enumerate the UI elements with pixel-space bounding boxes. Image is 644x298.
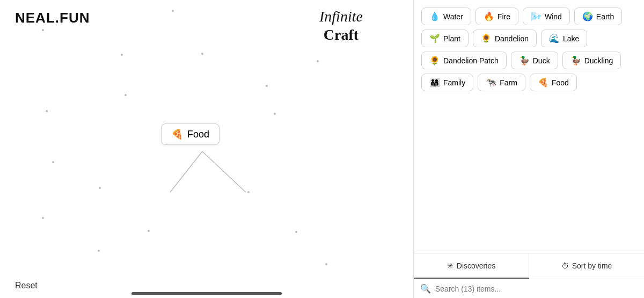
chip-emoji-4: 🌱 [429,33,440,43]
tab-discoveries[interactable]: ✳ Discoveries [414,253,529,279]
dot-16 [98,250,100,252]
bottom-tabs: ✳ Discoveries ⏱ Sort by time [414,253,644,279]
dot-15 [325,263,327,265]
logo: NEAL.FUN [15,10,90,26]
right-panel: 💧Water🔥Fire🌬️Wind🌍Earth🌱Plant🌻Dandelion🌊… [413,0,644,298]
chip-label-3: Earth [596,12,614,21]
dot-1 [42,29,44,31]
chip-label-7: Dandelion Patch [443,56,499,65]
dot-3 [201,53,203,55]
chip-label-4: Plant [443,34,460,43]
chip-label-11: Farm [500,78,517,87]
chip-label-0: Water [443,12,463,21]
dot-10 [99,187,101,189]
element-chip-family[interactable]: 👨‍👩‍👧Family [421,74,473,91]
element-chip-farm[interactable]: 🐄Farm [478,74,525,91]
chip-label-9: Duckling [584,56,613,65]
food-label: Food [187,129,209,140]
search-input[interactable] [435,285,638,293]
chip-label-5: Dandelion [495,34,529,43]
craft-title: Infinite Craft [319,8,363,43]
element-chip-fire[interactable]: 🔥Fire [475,8,518,25]
chip-emoji-11: 🐄 [486,77,496,88]
reset-button[interactable]: Reset [15,281,38,290]
canvas-svg [0,0,413,298]
chip-label-2: Wind [545,12,562,21]
chip-emoji-7: 🌻 [429,55,440,66]
dot-13 [148,230,150,232]
element-chip-dandelion[interactable]: 🌻Dandelion [473,30,537,47]
element-chip-duckling[interactable]: 🦆Duckling [562,52,621,69]
craft-title-line1: Infinite [319,8,363,25]
search-bar: 🔍 [414,279,644,298]
dot-11 [247,191,250,193]
tab-sort-by-time[interactable]: ⏱ Sort by time [529,253,644,279]
dot-12 [42,217,44,219]
discoveries-label: Discoveries [457,261,495,270]
sort-label: Sort by time [572,261,612,270]
craft-title-line2: Craft [324,26,358,43]
search-icon: 🔍 [420,284,431,294]
dot-6 [125,94,127,96]
dot-2 [121,54,123,56]
element-chip-water[interactable]: 💧Water [421,8,471,25]
scroll-indicator[interactable] [131,292,282,295]
element-chip-duck[interactable]: 🦆Duck [511,52,558,69]
sort-icon: ⏱ [561,261,569,270]
chip-emoji-9: 🦆 [570,55,581,66]
food-emoji: 🍕 [171,128,183,140]
dot-4 [317,60,319,62]
chip-emoji-6: 🌊 [549,33,560,43]
chip-label-1: Fire [497,12,510,21]
chip-emoji-0: 💧 [429,11,440,21]
dot-5 [266,85,268,87]
element-chip-earth[interactable]: 🌍Earth [574,8,622,25]
chip-emoji-10: 👨‍👩‍👧 [429,77,440,88]
chip-label-10: Family [443,78,465,87]
elements-grid: 💧Water🔥Fire🌬️Wind🌍Earth🌱Plant🌻Dandelion🌊… [414,0,644,253]
chip-emoji-8: 🦆 [519,55,530,66]
chip-label-12: Food [552,78,569,87]
element-chip-food[interactable]: 🍕Food [530,74,577,91]
canvas-area: NEAL.FUN Infinite Craft 🍕 Food Reset [0,0,413,298]
element-chip-wind[interactable]: 🌬️Wind [523,8,570,25]
element-chip-lake[interactable]: 🌊Lake [541,30,587,47]
svg-line-0 [170,151,202,192]
chip-emoji-3: 🌍 [582,11,593,21]
dot-9 [52,161,54,163]
discoveries-icon: ✳ [447,261,453,270]
svg-line-1 [202,151,246,192]
chip-emoji-12: 🍕 [538,77,548,88]
dot-8 [274,113,276,115]
dot-7 [46,110,48,112]
chip-emoji-1: 🔥 [484,11,494,21]
dot-0 [172,10,174,12]
chip-label-6: Lake [563,34,579,43]
chip-emoji-5: 🌻 [481,33,492,43]
chip-emoji-2: 🌬️ [531,11,541,21]
element-chip-dandelion-patch[interactable]: 🌻Dandelion Patch [421,52,507,69]
element-chip-plant[interactable]: 🌱Plant [421,30,469,47]
food-element[interactable]: 🍕 Food [161,123,219,145]
dot-14 [295,231,297,233]
chip-label-8: Duck [533,56,550,65]
